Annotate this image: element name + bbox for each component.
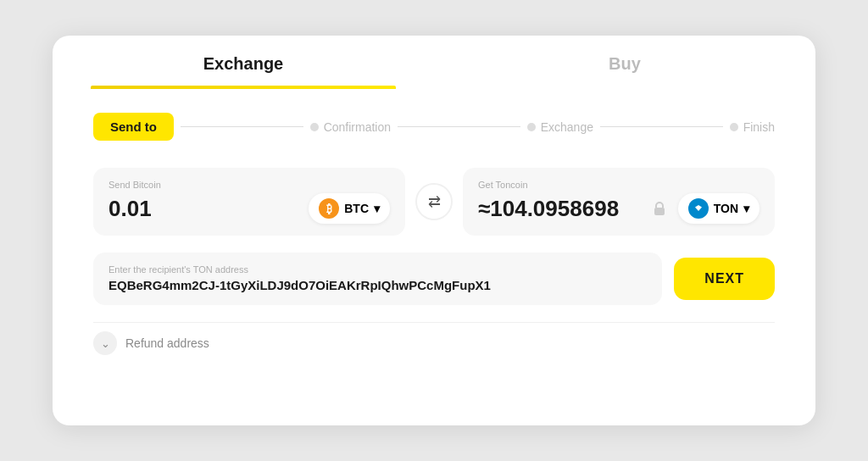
ton-label: TON — [714, 202, 738, 215]
btc-icon: ₿ — [319, 198, 339, 219]
step-exchange: Exchange — [527, 120, 593, 134]
tab-exchange[interactable]: Exchange — [53, 36, 434, 89]
refund-address-row[interactable]: ⌄ Refund address — [93, 322, 775, 355]
get-value: ≈104.0958698 — [478, 196, 619, 222]
swap-button[interactable]: ⇄ — [415, 183, 453, 220]
ton-currency-selector[interactable]: TON ▾ — [678, 193, 760, 224]
step-confirmation: Confirmation — [310, 120, 391, 134]
send-label: Send Bitcoin — [108, 180, 390, 190]
step-dot-finish — [730, 123, 738, 131]
address-label: Enter the recipient's TON address — [108, 264, 647, 275]
refund-label: Refund address — [125, 336, 209, 350]
next-button[interactable]: NEXT — [674, 258, 775, 300]
btc-chevron-icon: ▾ — [374, 202, 380, 215]
svg-rect-0 — [654, 208, 665, 215]
address-box: Enter the recipient's TON address — [93, 253, 662, 305]
ton-icon — [688, 198, 709, 219]
exchange-row: Send Bitcoin 0.01 ₿ BTC ▾ ⇄ Get Toncoin — [93, 168, 775, 236]
step-line-2 — [398, 126, 520, 127]
ton-chevron-icon: ▾ — [743, 202, 749, 215]
lock-icon — [648, 197, 671, 220]
chevron-down-icon: ⌄ — [93, 331, 117, 355]
swap-icon: ⇄ — [428, 192, 441, 211]
step-finish: Finish — [730, 120, 775, 134]
btc-label: BTC — [344, 202, 369, 215]
step-dot-exchange — [527, 123, 536, 131]
btc-currency-selector[interactable]: ₿ BTC ▾ — [309, 193, 390, 224]
address-input[interactable] — [108, 278, 647, 292]
send-value: 0.01 — [108, 196, 152, 222]
main-card: Exchange Buy Send to Confirmation Exchan… — [53, 36, 815, 425]
step-line-1 — [181, 126, 303, 127]
step-line-3 — [600, 126, 723, 127]
top-tabs: Exchange Buy — [53, 36, 815, 89]
tab-buy[interactable]: Buy — [434, 36, 815, 89]
get-toncoin-box: Get Toncoin ≈104.0958698 — [463, 168, 775, 236]
main-content: Send to Confirmation Exchange Finish Sen… — [53, 89, 815, 386]
get-label: Get Toncoin — [478, 180, 760, 190]
step-dot-confirmation — [310, 123, 319, 131]
send-bitcoin-box: Send Bitcoin 0.01 ₿ BTC ▾ — [93, 168, 405, 236]
steps-row: Send to Confirmation Exchange Finish — [93, 113, 775, 141]
get-input-row: ≈104.0958698 — [478, 193, 760, 224]
address-row: Enter the recipient's TON address NEXT — [93, 253, 775, 305]
step-send-to: Send to — [93, 113, 174, 141]
send-input-row: 0.01 ₿ BTC ▾ — [108, 193, 390, 224]
